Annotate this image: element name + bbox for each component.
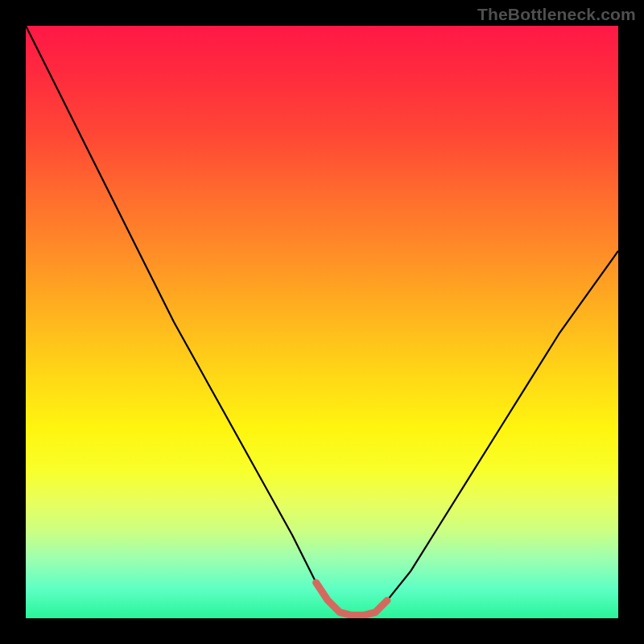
bottleneck-curve (26, 26, 618, 615)
chart-svg (26, 26, 618, 618)
plot-area (26, 26, 618, 618)
watermark-label: TheBottleneck.com (477, 5, 636, 24)
chart-frame: TheBottleneck.com (0, 0, 644, 644)
bottleneck-sweet-spot (316, 583, 387, 615)
